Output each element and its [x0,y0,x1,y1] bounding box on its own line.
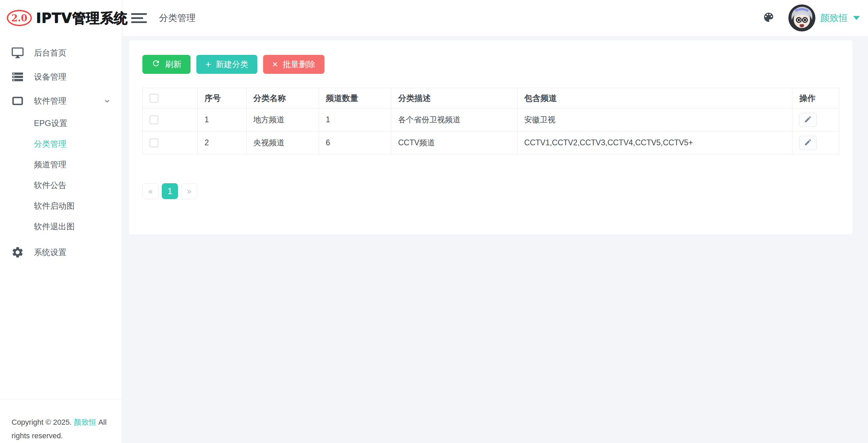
column-header-name: 分类名称 [246,88,319,108]
sidebar-item-label: 系统设置 [34,247,112,258]
row-checkbox[interactable] [150,139,158,147]
submenu-label: EPG设置 [34,118,67,129]
software-submenu: EPG设置 分类管理 频道管理 软件公告 软件启动图 软件退出图 [0,113,122,237]
cell-desc: CCTV频道 [391,131,517,154]
table-row: 2 央视频道 6 CCTV频道 CCTV1,CCTV2,CCTV3,CCTV4,… [143,131,839,154]
sidebar-item-system-settings[interactable]: 系统设置 [0,240,122,264]
cell-name: 央视频道 [246,131,319,154]
pagination: « 1 » [142,183,839,199]
column-header-desc: 分类描述 [391,88,517,108]
sidebar-item-dashboard[interactable]: 后台首页 [0,41,122,65]
plus-icon: + [205,60,211,69]
gear-icon [11,246,24,259]
sidebar-item-label: 软件管理 [34,96,103,106]
edit-button[interactable] [799,113,817,127]
copyright-owner-link[interactable]: 颜致恒 [74,418,96,426]
batch-delete-label: 批量删除 [283,59,315,70]
pencil-icon [804,115,812,124]
close-icon: × [272,60,278,69]
new-category-button[interactable]: + 新建分类 [196,55,257,74]
app-title: IPTV管理系统 [36,9,127,27]
submenu-label: 软件公告 [34,180,66,191]
pagination-next-button[interactable]: » [181,183,197,199]
monitor-icon [11,46,24,60]
submenu-label: 软件退出图 [34,221,75,232]
top-header: 分类管理 [122,0,868,36]
row-checkbox[interactable] [150,115,158,124]
sidebar: 2.0 IPTV管理系统 后台首页 设备管理 软件管理 [0,0,122,443]
table-row: 1 地方频道 1 各个省份卫视频道 安徽卫视 [143,108,839,131]
sidebar-item-label: 设备管理 [34,71,112,82]
cell-count: 6 [319,131,391,154]
refresh-button[interactable]: 刷新 [142,55,191,74]
cell-channels: CCTV1,CCTV2,CCTV3,CCTV4,CCTV5,CCTV5+ [517,131,792,154]
app-logo[interactable]: 2.0 IPTV管理系统 [0,0,122,36]
select-all-checkbox[interactable] [150,94,158,103]
copyright-text: Copyright © 2025. 颜致恒 All rights reserve… [0,399,122,443]
column-header-count: 频道数量 [319,88,391,108]
sidebar-item-channel-management[interactable]: 频道管理 [0,154,122,175]
pencil-icon [804,138,812,147]
cell-desc: 各个省份卫视频道 [391,108,517,131]
submenu-label: 分类管理 [34,139,66,149]
copyright-prefix: Copyright © 2025. [12,418,72,426]
cell-name: 地方频道 [246,108,319,131]
palette-icon [763,11,775,25]
new-category-label: 新建分类 [216,59,248,70]
main-content: 刷新 + 新建分类 × 批量删除 [122,36,868,443]
sidebar-toggle-button[interactable] [131,10,148,25]
column-header-channels: 包含频道 [517,88,792,108]
sidebar-item-software-announcement[interactable]: 软件公告 [0,175,122,195]
server-icon [11,70,24,84]
pagination-page-1-button[interactable]: 1 [162,183,178,199]
cell-count: 1 [319,108,391,131]
refresh-icon [152,59,160,70]
user-menu[interactable]: 颜致恒 [788,4,860,31]
sidebar-item-software[interactable]: 软件管理 [0,89,122,113]
cell-seq: 2 [198,131,246,154]
sidebar-item-exit-image[interactable]: 软件退出图 [0,216,122,237]
sidebar-item-devices[interactable]: 设备管理 [0,65,122,89]
sidebar-item-epg-settings[interactable]: EPG设置 [0,113,122,133]
chevron-down-icon [103,97,112,105]
sidebar-item-splash-image[interactable]: 软件启动图 [0,195,122,216]
pagination-prev-button[interactable]: « [142,183,159,199]
avatar[interactable] [788,4,815,31]
caret-down-icon [853,16,860,20]
column-header-seq: 序号 [198,88,246,108]
theme-palette-button[interactable] [761,10,776,25]
category-table: 序号 分类名称 频道数量 分类描述 包含频道 操作 1 地方频道 1 各个省份 [142,88,839,154]
window-icon [11,94,24,108]
app-window: 2.0 IPTV管理系统 后台首页 设备管理 软件管理 [0,0,868,443]
sidebar-item-category-management[interactable]: 分类管理 [0,133,122,154]
submenu-label: 频道管理 [34,159,66,170]
username: 颜致恒 [820,12,848,24]
edit-button[interactable] [799,136,817,150]
version-badge: 2.0 [7,10,32,26]
toolbar: 刷新 + 新建分类 × 批量删除 [142,55,839,74]
column-header-actions: 操作 [792,88,839,108]
cell-seq: 1 [198,108,246,131]
batch-delete-button[interactable]: × 批量删除 [263,55,324,74]
refresh-label: 刷新 [165,59,181,70]
submenu-label: 软件启动图 [34,201,75,211]
category-card: 刷新 + 新建分类 × 批量删除 [129,40,852,234]
sidebar-item-label: 后台首页 [34,47,112,58]
table-header-row: 序号 分类名称 频道数量 分类描述 包含频道 操作 [143,88,839,108]
cell-channels: 安徽卫视 [517,108,792,131]
sidebar-nav: 后台首页 设备管理 软件管理 EPG设置 [0,36,122,379]
page-title: 分类管理 [159,12,196,24]
